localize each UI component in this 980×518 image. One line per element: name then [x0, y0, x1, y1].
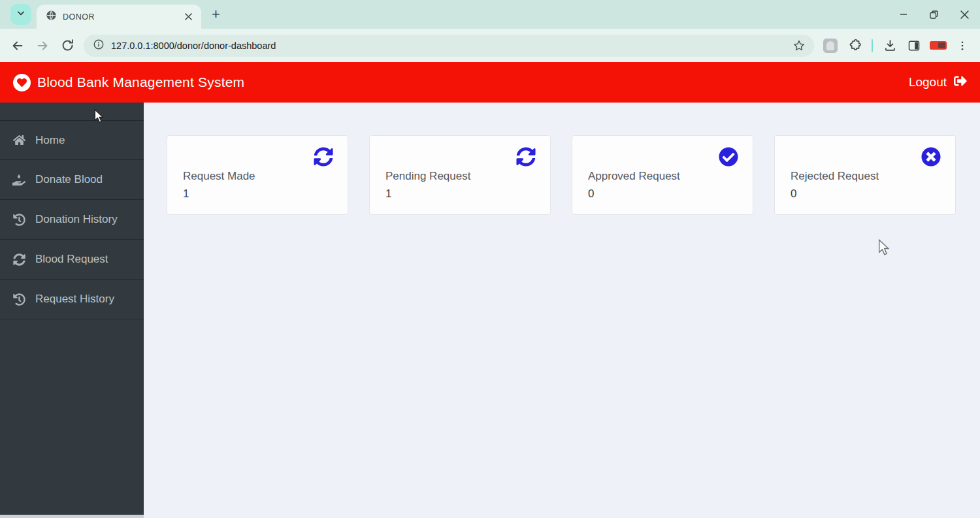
- brand[interactable]: Blood Bank Management System: [13, 74, 244, 91]
- card-label: Request Made: [183, 170, 332, 183]
- browser-toolbar: 127.0.0.1:8000/donor/donor-dashboard: [0, 29, 980, 62]
- url-text[interactable]: 127.0.0.1:8000/donor/donor-dashboard: [111, 40, 789, 51]
- sidebar-item-label: Request History: [35, 293, 114, 306]
- adblock-extension-icon[interactable]: [928, 36, 948, 56]
- forward-button[interactable]: [30, 33, 55, 58]
- card-value: 1: [183, 187, 332, 201]
- minimize-button[interactable]: [888, 0, 919, 29]
- home-icon: [12, 134, 25, 146]
- content-row: Home Donate Blood Donation History Blood…: [0, 103, 980, 518]
- sidebar-item-label: Home: [35, 134, 65, 147]
- sidebar-item-request-history[interactable]: Request History: [0, 280, 144, 319]
- card-pending-request[interactable]: Pending Request 1: [369, 135, 551, 215]
- sidebar-item-label: Blood Request: [35, 253, 108, 266]
- reload-button[interactable]: [55, 33, 80, 58]
- download-icon[interactable]: [880, 36, 900, 56]
- logout-label: Logout: [909, 75, 947, 89]
- card-label: Approved Request: [588, 170, 737, 183]
- sidebar-item-home[interactable]: Home: [0, 120, 144, 160]
- tab-title: DONOR: [63, 12, 176, 22]
- sidebar-item-label: Donation History: [35, 213, 118, 226]
- sync-icon: [12, 253, 25, 266]
- card-request-made[interactable]: Request Made 1: [167, 135, 348, 215]
- profile-extension-icon[interactable]: [821, 36, 840, 56]
- menu-dots-icon[interactable]: [953, 36, 972, 56]
- sidebar: Home Donate Blood Donation History Blood…: [0, 103, 144, 518]
- extensions-puzzle-icon[interactable]: [845, 36, 864, 56]
- sidebar-item-label: Donate Blood: [35, 173, 103, 186]
- main-content: Request Made 1 Pending Request 1 Approve…: [144, 103, 980, 518]
- browser-tab[interactable]: DONOR: [37, 5, 201, 29]
- sidebar-item-blood-request[interactable]: Blood Request: [0, 240, 144, 280]
- toolbar-icon-cluster: [821, 36, 972, 56]
- close-window-button[interactable]: [949, 0, 980, 29]
- tab-search-button[interactable]: [10, 4, 31, 25]
- history-icon: [12, 293, 25, 306]
- sidebar-bottom-strip: [0, 515, 144, 518]
- sync-icon: [516, 147, 536, 169]
- address-bar[interactable]: 127.0.0.1:8000/donor/donor-dashboard: [84, 35, 814, 57]
- restore-button[interactable]: [919, 0, 949, 29]
- app-title: Blood Bank Management System: [37, 74, 244, 90]
- new-tab-button[interactable]: +: [212, 6, 220, 23]
- card-approved-request[interactable]: Approved Request 0: [572, 135, 753, 215]
- chevron-down-icon: [16, 8, 25, 20]
- window-controls: [888, 0, 980, 29]
- sign-out-icon: [954, 74, 967, 91]
- logout-button[interactable]: Logout: [909, 74, 967, 91]
- stat-cards: Request Made 1 Pending Request 1 Approve…: [167, 135, 980, 215]
- tab-close-icon[interactable]: [182, 10, 195, 24]
- side-panel-icon[interactable]: [904, 36, 924, 56]
- globe-favicon-icon: [46, 10, 57, 24]
- toolbar-separator: [872, 39, 873, 52]
- history-icon: [12, 214, 25, 226]
- times-circle-icon: [921, 147, 941, 169]
- bookmark-star-icon[interactable]: [789, 36, 809, 56]
- card-value: 0: [791, 187, 939, 201]
- card-rejected-request[interactable]: Rejected Request 0: [774, 135, 956, 215]
- browser-tabstrip: DONOR +: [0, 0, 980, 29]
- card-value: 1: [385, 187, 534, 201]
- hand-holding-drop-icon: [12, 173, 25, 186]
- app-header: Blood Bank Management System Logout: [0, 62, 980, 103]
- card-label: Pending Request: [385, 170, 534, 183]
- check-circle-icon: [719, 147, 738, 169]
- heart-logo-icon: [13, 74, 31, 91]
- back-button[interactable]: [5, 33, 30, 58]
- site-info-icon[interactable]: [93, 39, 105, 53]
- sync-icon: [314, 147, 333, 169]
- card-label: Rejected Request: [791, 170, 939, 183]
- sidebar-item-donate-blood[interactable]: Donate Blood: [0, 160, 144, 200]
- card-value: 0: [588, 187, 737, 201]
- sidebar-item-donation-history[interactable]: Donation History: [0, 200, 144, 240]
